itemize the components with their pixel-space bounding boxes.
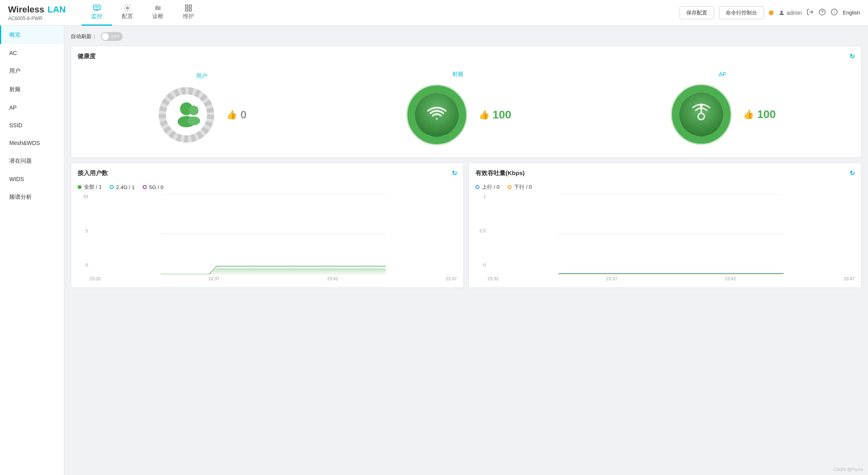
legend-5g: 5G / 0: [143, 183, 163, 191]
nav-tab-maintain[interactable]: 维护: [173, 0, 204, 26]
svg-rect-6: [186, 5, 188, 8]
ap-circle-svg: [669, 82, 733, 147]
health-grid: 用户: [78, 67, 855, 151]
svg-point-23: [187, 116, 200, 125]
legend-2g-dot: [110, 185, 114, 189]
sidebar: 概览 AC 用户 射频 AP SSID Mesh&WDS 潜在问题 WIDS 频…: [0, 26, 64, 475]
health-user: 用户: [156, 73, 247, 145]
radio-score-value: 100: [493, 108, 512, 121]
svg-point-22: [189, 106, 199, 115]
y-label-mid: 5: [78, 228, 88, 233]
svg-rect-8: [186, 9, 188, 11]
user-area: admin: [778, 10, 802, 16]
health-ap: AP: [669, 71, 776, 147]
user-circle: [156, 85, 217, 145]
nav-tab-diagnose[interactable]: 诊断: [143, 0, 173, 26]
svg-point-29: [679, 92, 723, 137]
legend-down-dot: [508, 185, 512, 189]
throughput-y-axis: 1 0.5 0: [475, 194, 487, 275]
monitor-icon: [93, 4, 101, 12]
throughput-x-axis: 23:32 23:37 23:42 23:47: [475, 275, 855, 281]
users-chart-wrap: 10 5 0: [78, 194, 457, 275]
header-right: 保存配置 命令行控制台 admin English: [680, 6, 860, 19]
radio-score: 👍 100: [479, 108, 512, 121]
nav-tab-monitor[interactable]: 监控: [82, 0, 112, 26]
sidebar-item-radio[interactable]: 射频: [0, 80, 64, 99]
radio-circle: [405, 83, 469, 147]
throughput-chart-inner: [487, 194, 855, 275]
bottom-charts-row: 接入用户数 ↻ 全部 / 1 2.4G / 1 5G / 0: [71, 163, 862, 288]
users-x-axis: 23:32 23:37 23:42 23:47: [78, 275, 457, 281]
users-chart-title: 接入用户数 ↻: [78, 169, 457, 177]
language-button[interactable]: English: [843, 10, 860, 16]
x-label-1: 23:37: [208, 276, 219, 281]
throughput-chart-wrap: 1 0.5 0: [475, 194, 855, 275]
sidebar-item-ssid[interactable]: SSID: [0, 116, 64, 134]
nav-label-config: 配置: [122, 13, 133, 20]
cmd-console-button[interactable]: 命令行控制台: [719, 6, 764, 19]
nav-tab-config[interactable]: 配置: [112, 0, 143, 26]
sidebar-item-wids[interactable]: WIDS: [0, 170, 64, 188]
x-label-t1: 23:37: [606, 276, 617, 281]
health-panel: 健康度 ↻ 用户: [71, 46, 862, 158]
legend-up-dot: [475, 185, 479, 189]
sidebar-item-ap[interactable]: AP: [0, 99, 64, 116]
username-label: admin: [786, 10, 802, 16]
sidebar-item-ac[interactable]: AC: [0, 44, 64, 62]
y-label-min: 0: [78, 263, 88, 267]
help-icon[interactable]: [819, 8, 826, 17]
radio-thumb-icon: 👍: [479, 110, 489, 120]
status-indicator: [769, 10, 774, 15]
svg-rect-7: [189, 5, 192, 8]
legend-all: 全部 / 1: [78, 183, 102, 191]
auto-refresh-bar: 自动刷新： OFF: [71, 32, 862, 41]
save-config-button[interactable]: 保存配置: [680, 6, 714, 19]
health-refresh-icon[interactable]: ↻: [850, 53, 855, 60]
user-circle-svg: [156, 85, 217, 145]
y-label-mid2: 0.5: [475, 228, 486, 233]
users-chart-inner: [90, 194, 457, 275]
throughput-chart-panel: 有效吞吐量(Kbps) ↻ 上行 / 0 下行 / 0 1: [469, 163, 862, 288]
y-label-min2: 0: [475, 263, 486, 267]
sidebar-item-issues[interactable]: 潜在问题: [0, 152, 64, 170]
info-icon[interactable]: [831, 8, 838, 17]
main-content: 自动刷新： OFF 健康度 ↻ 用户: [64, 26, 868, 475]
health-panel-title: 健康度 ↻: [78, 53, 855, 60]
logo-lan: LAN: [47, 4, 66, 14]
sidebar-item-user[interactable]: 用户: [0, 62, 64, 80]
users-y-axis: 10 5 0: [78, 194, 90, 275]
throughput-chart-legend: 上行 / 0 下行 / 0: [475, 183, 855, 191]
health-radio-label: 射频: [452, 71, 463, 78]
users-chart-svg: [90, 194, 457, 274]
sidebar-item-mesh-wds[interactable]: Mesh&WDS: [0, 134, 64, 152]
sidebar-item-spectrum[interactable]: 频谱分析: [0, 188, 64, 206]
x-label-3: 23:47: [446, 276, 457, 281]
users-chart-panel: 接入用户数 ↻ 全部 / 1 2.4G / 1 5G / 0: [71, 163, 464, 288]
header: Wireless LAN AC6005-8-PWR 监控 配置: [0, 0, 868, 26]
legend-2g: 2.4G / 1: [110, 183, 135, 191]
legend-5g-dot: [143, 185, 147, 189]
health-user-label: 用户: [196, 73, 207, 80]
svg-point-32: [700, 104, 703, 107]
svg-point-10: [781, 10, 783, 12]
diagnose-icon: [154, 4, 162, 12]
logout-icon[interactable]: [807, 8, 814, 17]
main-layout: 概览 AC 用户 射频 AP SSID Mesh&WDS 潜在问题 WIDS 频…: [0, 26, 868, 475]
users-chart-legend: 全部 / 1 2.4G / 1 5G / 0: [78, 183, 457, 191]
toggle-knob: [102, 33, 109, 40]
health-ap-label: AP: [719, 71, 726, 77]
x-label-t3: 23:47: [843, 276, 855, 281]
throughput-chart-refresh-icon[interactable]: ↻: [850, 169, 855, 177]
watermark: CSDN @Pierre: [833, 467, 863, 472]
ap-score: 👍 100: [743, 108, 776, 121]
ap-score-value: 100: [757, 108, 776, 121]
users-chart-refresh-icon[interactable]: ↻: [452, 169, 457, 177]
x-label-t0: 23:32: [487, 276, 499, 281]
sidebar-item-overview[interactable]: 概览: [0, 26, 64, 44]
legend-down: 下行 / 0: [508, 183, 532, 191]
auto-refresh-toggle[interactable]: OFF: [101, 32, 123, 41]
throughput-chart-title: 有效吞吐量(Kbps) ↻: [475, 169, 855, 177]
toggle-state-label: OFF: [111, 34, 120, 39]
y-label-max: 10: [78, 194, 88, 199]
nav-label-monitor: 监控: [91, 13, 102, 20]
